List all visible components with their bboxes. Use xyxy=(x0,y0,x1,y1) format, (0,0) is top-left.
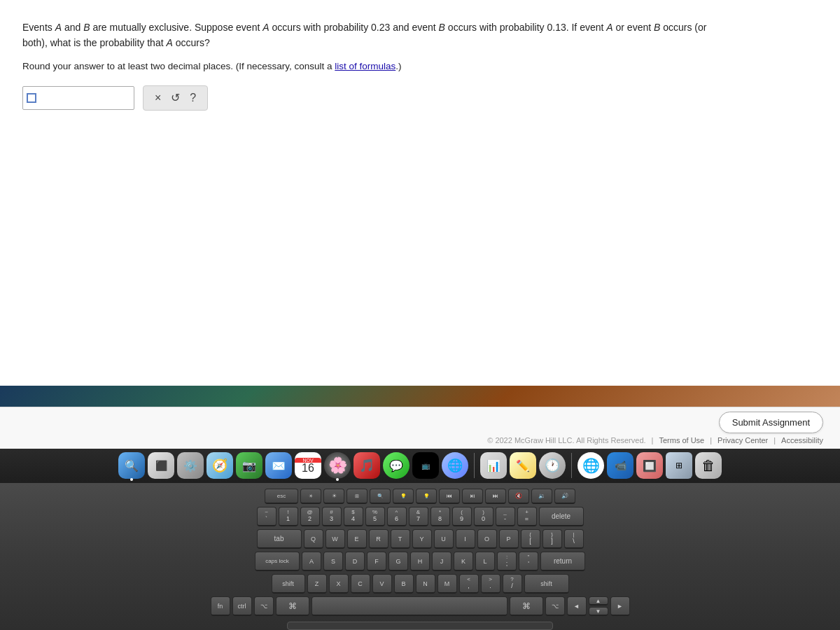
key-j[interactable]: J xyxy=(432,552,451,571)
key-f2[interactable]: ☀ xyxy=(323,489,344,504)
dock-launchpad[interactable]: ⬛ xyxy=(148,452,174,479)
dock-trash[interactable]: 🗑 xyxy=(695,452,722,479)
key-f4[interactable]: 🔍 xyxy=(370,489,391,504)
key-4[interactable]: $4 xyxy=(344,507,363,526)
key-return[interactable]: return xyxy=(540,552,585,571)
key-d[interactable]: D xyxy=(345,552,365,571)
dock-messages[interactable]: 💬 xyxy=(383,452,410,479)
key-arrow-down[interactable]: ▼ xyxy=(589,607,608,616)
key-f10[interactable]: 🔇 xyxy=(508,489,529,504)
accessibility-link[interactable]: Accessibility xyxy=(781,436,823,444)
key-arrow-right[interactable]: ► xyxy=(610,596,630,616)
key-delete[interactable]: delete xyxy=(539,507,584,526)
dock-grid[interactable]: ⊞ xyxy=(666,452,692,479)
key-i[interactable]: I xyxy=(456,529,475,549)
key-cmd-r[interactable]: ⌘ xyxy=(510,596,543,616)
privacy-link[interactable]: Privacy Center xyxy=(718,436,768,444)
key-8[interactable]: *8 xyxy=(430,507,450,526)
key-arrow-left[interactable]: ◄ xyxy=(567,596,587,616)
dock-siri[interactable]: 🌐 xyxy=(442,452,468,479)
key-r[interactable]: R xyxy=(369,529,388,549)
key-rbracket[interactable]: }] xyxy=(542,529,562,549)
key-f12[interactable]: 🔊 xyxy=(554,489,575,504)
key-o[interactable]: O xyxy=(477,529,497,549)
key-shift-l[interactable]: shift xyxy=(272,574,305,594)
dock-notes[interactable]: ✏️ xyxy=(510,452,536,479)
key-f3[interactable]: ⊞ xyxy=(346,489,368,504)
key-slash[interactable]: ?/ xyxy=(503,574,522,594)
dock-music[interactable]: 🎵 xyxy=(354,452,380,479)
answer-input[interactable] xyxy=(22,86,134,110)
dock-mail[interactable]: ✉️ xyxy=(265,452,292,479)
close-button[interactable]: × xyxy=(150,90,165,106)
key-w[interactable]: W xyxy=(326,529,345,549)
key-c[interactable]: C xyxy=(351,574,370,594)
key-7[interactable]: &7 xyxy=(409,507,428,526)
key-ctrl[interactable]: ctrl xyxy=(232,596,252,616)
key-v[interactable]: V xyxy=(372,574,392,594)
key-m[interactable]: M xyxy=(438,574,457,594)
dock-zoom[interactable]: 📹 xyxy=(607,452,634,479)
key-p[interactable]: P xyxy=(499,529,519,549)
key-space[interactable] xyxy=(312,596,507,616)
dock-preview[interactable]: 🔲 xyxy=(636,452,663,479)
key-cmd-l[interactable]: ⌘ xyxy=(276,596,309,616)
key-opt-r[interactable]: ⌥ xyxy=(545,596,565,616)
key-tilde[interactable]: ~` xyxy=(257,507,276,526)
undo-button[interactable]: ↺ xyxy=(167,90,184,106)
key-period[interactable]: >. xyxy=(481,574,500,594)
dock-safari[interactable]: 🧭 xyxy=(206,452,233,479)
key-1[interactable]: !1 xyxy=(279,507,298,526)
key-x[interactable]: X xyxy=(329,574,349,594)
dock-calendar[interactable]: NOV 16 xyxy=(295,452,321,479)
dock-chrome[interactable]: 🌐 xyxy=(578,452,604,479)
key-n[interactable]: N xyxy=(416,574,435,594)
key-minus[interactable]: _- xyxy=(496,507,515,526)
key-f8[interactable]: ⏯ xyxy=(462,489,483,504)
formulas-link[interactable]: list of formulas xyxy=(335,61,396,71)
terms-link[interactable]: Terms of Use xyxy=(659,436,704,444)
key-comma[interactable]: <, xyxy=(459,574,479,594)
key-q[interactable]: Q xyxy=(304,529,323,549)
key-e[interactable]: E xyxy=(347,529,367,549)
key-h[interactable]: H xyxy=(410,552,430,571)
key-quote[interactable]: "' xyxy=(519,552,538,571)
key-f5[interactable]: 💡 xyxy=(393,489,414,504)
key-caps[interactable]: caps lock xyxy=(255,552,300,571)
key-a[interactable]: A xyxy=(302,552,321,571)
key-b[interactable]: B xyxy=(394,574,414,594)
key-shift-r[interactable]: shift xyxy=(524,574,569,594)
key-f6[interactable]: 💡 xyxy=(416,489,437,504)
key-f7[interactable]: ⏮ xyxy=(439,489,460,504)
key-9[interactable]: (9 xyxy=(452,507,472,526)
key-6[interactable]: ^6 xyxy=(387,507,407,526)
dock-facetime[interactable]: 📷 xyxy=(236,452,262,479)
key-equal[interactable]: += xyxy=(517,507,537,526)
key-backslash[interactable]: |\ xyxy=(564,529,584,549)
help-button[interactable]: ? xyxy=(186,90,200,106)
key-arrow-up[interactable]: ▲ xyxy=(589,596,608,606)
key-s[interactable]: S xyxy=(323,552,343,571)
key-g[interactable]: G xyxy=(388,552,408,571)
key-opt-l[interactable]: ⌥ xyxy=(254,596,274,616)
dock-finder[interactable]: 🔍 xyxy=(118,452,145,479)
dock-system-pref[interactable]: ⚙️ xyxy=(177,452,204,479)
key-f[interactable]: F xyxy=(367,552,386,571)
key-tab[interactable]: tab xyxy=(257,529,302,549)
key-5[interactable]: %5 xyxy=(365,507,385,526)
key-z[interactable]: Z xyxy=(307,574,327,594)
key-lbracket[interactable]: {[ xyxy=(521,529,540,549)
key-y[interactable]: Y xyxy=(412,529,432,549)
key-fn[interactable]: fn xyxy=(211,596,230,616)
dock-clock[interactable]: 🕐 xyxy=(539,452,566,479)
dock-chart[interactable]: 📊 xyxy=(480,452,507,479)
key-l[interactable]: L xyxy=(475,552,495,571)
key-u[interactable]: U xyxy=(434,529,454,549)
dock-photos[interactable]: 🌸 xyxy=(324,452,351,479)
key-esc[interactable]: esc xyxy=(265,489,298,504)
dock-appletv[interactable]: 📺 xyxy=(412,452,439,479)
key-f9[interactable]: ⏭ xyxy=(485,489,506,504)
key-3[interactable]: #3 xyxy=(322,507,342,526)
key-t[interactable]: T xyxy=(391,529,410,549)
key-f1[interactable]: ☀ xyxy=(300,489,321,504)
